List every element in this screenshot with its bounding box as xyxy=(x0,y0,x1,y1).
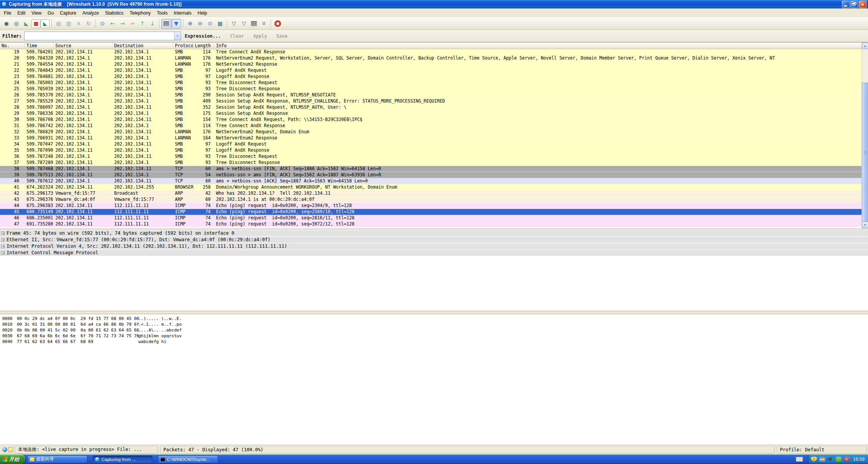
capture-start-button[interactable]: ◣ xyxy=(22,19,31,28)
taskbar-task-folder[interactable]: 提取向导 xyxy=(27,456,87,463)
start-button[interactable]: 开始 xyxy=(0,454,25,464)
capture-restart-button[interactable]: ◣ xyxy=(41,19,50,28)
packet-row-46[interactable]: 46686.235001202.102.134.11112.111.11.11I… xyxy=(0,215,861,221)
scroll-thumb[interactable] xyxy=(862,83,868,222)
menu-help[interactable]: Help xyxy=(195,9,210,17)
packet-row-38[interactable]: 38509.787468202.102.134.1202.102.134.11T… xyxy=(0,166,861,172)
hex-row-0040[interactable]: 004077 61 62 63 64 65 66 67 68 69wabcdef… xyxy=(2,339,868,345)
menu-analyze[interactable]: Analyze xyxy=(80,9,102,17)
column-header-info[interactable]: Info xyxy=(214,43,861,49)
expert-info-icon[interactable] xyxy=(2,447,7,452)
expression-button[interactable]: Expression... xyxy=(185,33,221,39)
menu-telephony[interactable]: Telephony xyxy=(126,9,154,17)
zoom-out-button[interactable]: ⊖ xyxy=(195,19,205,28)
menu-edit[interactable]: Edit xyxy=(14,9,28,17)
list-interfaces-button[interactable]: ◉ xyxy=(2,19,11,28)
detail-row-1[interactable]: Ethernet II, Src: Vmware_fd:15:77 (00:0c… xyxy=(0,237,868,243)
packet-row-24[interactable]: 24509.785003202.102.134.1202.102.134.11S… xyxy=(0,80,861,86)
security-alert-icon[interactable]: ! xyxy=(811,457,817,462)
save-capture-button[interactable]: ▥ xyxy=(64,19,73,28)
taskbar-task-wireshark[interactable]: Capturing from ... xyxy=(93,456,153,463)
taskbar-task-cmd[interactable]: C:\WINDOWS\syste... xyxy=(158,456,218,463)
column-header-source[interactable]: Source xyxy=(54,43,113,49)
detail-row-3[interactable]: Internet Control Message Protocol xyxy=(0,250,868,256)
display-filters-button[interactable]: ▽ xyxy=(239,19,249,28)
packet-row-20[interactable]: 20509.784320202.102.134.1202.102.134.11L… xyxy=(0,55,861,61)
column-header-no[interactable]: No. xyxy=(0,43,25,49)
expand-icon[interactable] xyxy=(1,238,5,242)
hex-row-0010[interactable]: 001000 3c 01 31 00 00 80 01 6d a4 ca 66 … xyxy=(2,322,868,328)
capture-comment-icon[interactable] xyxy=(8,447,13,452)
help-button[interactable] xyxy=(273,19,283,28)
scroll-up-button[interactable]: ▲ xyxy=(862,43,868,49)
restore-button[interactable] xyxy=(850,1,858,8)
packet-row-43[interactable]: 43675.296376Vmware_dc:a4:0fVmware_fd:15:… xyxy=(0,197,861,203)
menu-go[interactable]: Go xyxy=(45,9,57,17)
packet-row-44[interactable]: 44675.296383202.102.134.11112.111.11.11I… xyxy=(0,203,861,209)
go-to-bottom-button[interactable]: ↓ xyxy=(148,19,157,28)
menu-statistics[interactable]: Statistics xyxy=(102,9,126,17)
preferences-button[interactable]: ¤ xyxy=(259,19,269,28)
auto-update-icon[interactable]: ↓ xyxy=(836,457,841,462)
go-forward-button[interactable]: → xyxy=(118,19,127,28)
security-center-icon[interactable]: × xyxy=(844,457,850,462)
vmware-tools-icon[interactable]: vm xyxy=(819,457,825,462)
close-capture-button[interactable]: × xyxy=(74,19,83,28)
packet-list-scrollbar[interactable]: ▲ ▼ xyxy=(861,43,868,228)
open-capture-button[interactable]: ▤ xyxy=(54,19,63,28)
packet-row-41[interactable]: 41674.282324202.102.134.11202.102.134.25… xyxy=(0,184,861,191)
packet-row-25[interactable]: 25509.785039202.102.134.11202.102.134.1S… xyxy=(0,86,861,92)
packet-row-28[interactable]: 28509.786097202.102.134.1202.102.134.11S… xyxy=(0,104,861,111)
menu-capture[interactable]: Capture xyxy=(57,9,80,17)
hex-row-0020[interactable]: 00200b 0b 08 00 41 5c 02 00 0a 00 61 62 … xyxy=(2,328,868,333)
expand-icon[interactable] xyxy=(1,251,5,255)
filter-dropdown-arrow-icon[interactable]: ▼ xyxy=(174,32,181,40)
hex-row-0030[interactable]: 003067 68 69 6a 6b 6c 6d 6e 6f 70 71 72 … xyxy=(2,333,868,339)
menu-view[interactable]: View xyxy=(28,9,45,17)
packet-row-32[interactable]: 32509.786829202.102.134.1202.102.134.11L… xyxy=(0,129,861,135)
column-header-time[interactable]: Time xyxy=(25,43,54,49)
packet-row-40[interactable]: 40509.787612202.102.134.1202.102.134.11T… xyxy=(0,178,861,184)
packet-row-23[interactable]: 23509.784881202.102.134.11202.102.134.1S… xyxy=(0,74,861,80)
resize-columns-button[interactable]: ▦ xyxy=(215,19,225,28)
packet-row-47[interactable]: 47691.735280202.102.134.11112.111.11.11I… xyxy=(0,221,861,227)
packet-row-45[interactable]: 45680.735149202.102.134.11112.111.11.11I… xyxy=(0,209,861,215)
coloring-rules-button[interactable] xyxy=(249,19,259,28)
minimize-button[interactable] xyxy=(842,1,850,8)
menu-internals[interactable]: Internals xyxy=(171,9,195,17)
capture-filters-button[interactable]: ▽ xyxy=(229,19,239,28)
go-to-top-button[interactable]: ↑ xyxy=(138,19,147,28)
detail-row-0[interactable]: Frame 45: 74 bytes on wire (592 bits), 7… xyxy=(0,230,868,236)
expand-icon[interactable] xyxy=(1,232,5,235)
packet-row-37[interactable]: 37509.787289202.102.134.11202.102.134.1S… xyxy=(0,160,861,166)
language-keyboard-icon[interactable] xyxy=(796,457,803,462)
profile-status[interactable]: Profile: Default xyxy=(777,446,867,454)
packet-row-31[interactable]: 31509.786742202.102.134.11202.102.134.1S… xyxy=(0,123,861,129)
close-button[interactable]: × xyxy=(859,1,866,8)
autoscroll-toggle[interactable]: ▼ xyxy=(171,19,181,28)
filter-input[interactable]: ▼ xyxy=(24,31,181,40)
packet-row-36[interactable]: 36509.787248202.102.134.1202.102.134.11S… xyxy=(0,154,861,160)
menu-file[interactable]: File xyxy=(1,9,14,17)
go-to-packet-button[interactable]: ⇒ xyxy=(128,19,137,28)
zoom-in-button[interactable]: ⊕ xyxy=(185,19,195,28)
column-header-length[interactable]: Length xyxy=(193,43,214,49)
packet-row-30[interactable]: 30509.786708202.102.134.1202.102.134.11S… xyxy=(0,117,861,123)
find-packet-button[interactable]: ⊙ xyxy=(98,19,107,28)
column-header-destination[interactable]: Destination xyxy=(113,43,173,49)
packet-row-21[interactable]: 21509.784554202.102.134.11202.102.134.1L… xyxy=(0,61,861,68)
menu-tools[interactable]: Tools xyxy=(154,9,171,17)
packet-row-35[interactable]: 35509.787090202.102.134.11202.102.134.1S… xyxy=(0,147,861,154)
packet-row-42[interactable]: 42675.296173Vmware_fd:15:77BroadcastARP4… xyxy=(0,191,861,197)
hex-row-0000[interactable]: 000000 0c 29 dc a4 0f 00 0c 29 fd 15 77 … xyxy=(2,316,868,322)
packet-row-39[interactable]: 39509.787513202.102.134.11202.102.134.1T… xyxy=(0,172,861,178)
capture-options-button[interactable]: ◎ xyxy=(12,19,21,28)
zoom-100-button[interactable]: ⊙ xyxy=(205,19,215,28)
go-back-button[interactable]: ← xyxy=(108,19,117,28)
column-header-protocol[interactable]: Protocol xyxy=(173,43,193,49)
volume-icon[interactable] xyxy=(828,457,833,462)
packet-row-22[interactable]: 22509.784843202.102.134.1202.102.134.11S… xyxy=(0,68,861,74)
capture-stop-button[interactable]: ■ xyxy=(32,19,40,28)
expand-icon[interactable] xyxy=(1,245,5,248)
packet-row-19[interactable]: 19509.784201202.102.134.11202.102.134.1S… xyxy=(0,49,861,55)
